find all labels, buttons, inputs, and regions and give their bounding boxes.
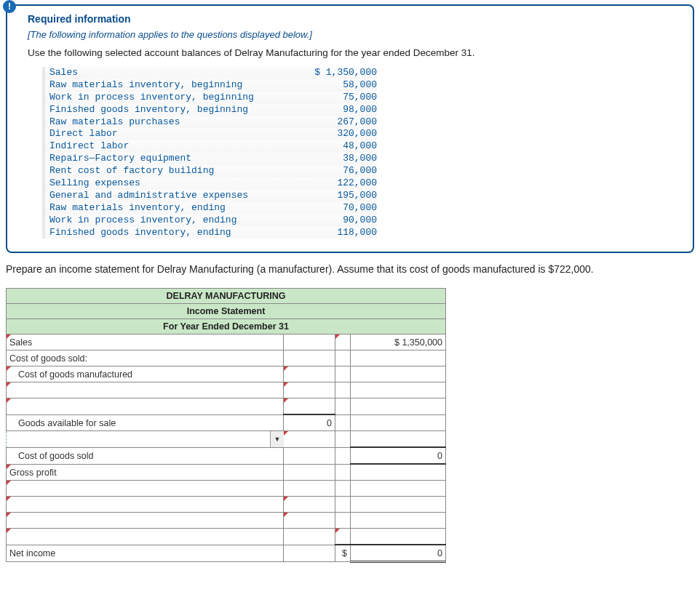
ws-cell[interactable] xyxy=(351,366,445,382)
account-label: Sales xyxy=(42,67,290,79)
account-value: 118,000 xyxy=(290,227,377,239)
ws-dropdown-cell[interactable] xyxy=(7,481,283,496)
ws-cell xyxy=(335,465,350,480)
ws-cogs-label: Cost of goods sold xyxy=(7,448,283,463)
ws-cell[interactable] xyxy=(351,431,445,446)
ws-net-income-value: 0 xyxy=(351,545,445,561)
account-label: Raw materials inventory, beginning xyxy=(42,79,290,92)
ws-cell[interactable] xyxy=(284,334,335,350)
account-value: 320,000 xyxy=(290,128,377,140)
account-balances-table: Sales$ 1,350,000 Raw materials inventory… xyxy=(42,67,672,239)
alert-icon: ! xyxy=(3,0,16,13)
account-label: Work in process inventory, beginning xyxy=(42,92,290,104)
ws-gross-profit-label[interactable]: Gross profit xyxy=(7,465,283,480)
ws-cell xyxy=(335,481,350,496)
account-value: $ 1,350,000 xyxy=(290,67,377,79)
account-label: General and administrative expenses xyxy=(42,190,290,202)
ws-sales-label[interactable]: Sales xyxy=(7,334,283,350)
ws-cell[interactable] xyxy=(284,398,335,414)
ws-cell[interactable] xyxy=(351,415,445,430)
account-label: Finished goods inventory, beginning xyxy=(42,104,290,116)
account-value: 98,000 xyxy=(290,104,377,116)
ws-cell[interactable] xyxy=(335,334,350,350)
account-label: Rent cost of factory building xyxy=(42,165,290,177)
ws-cell[interactable] xyxy=(284,350,335,366)
account-value: 75,000 xyxy=(290,92,377,104)
account-value: 122,000 xyxy=(290,177,377,190)
required-info-heading: Required information xyxy=(28,13,672,25)
ws-statement-header: Income Statement xyxy=(7,304,446,319)
ws-currency-symbol: $ xyxy=(335,546,350,561)
ws-dropdown-cell[interactable] xyxy=(7,513,283,528)
ws-dropdown-cell[interactable] xyxy=(7,497,283,512)
ws-cell[interactable] xyxy=(284,432,335,447)
ws-cogs-value: 0 xyxy=(351,448,445,463)
account-label: Finished goods inventory, ending xyxy=(42,227,290,239)
ws-gafs-label: Goods available for sale xyxy=(7,415,283,430)
ws-cell xyxy=(335,399,350,414)
ws-dropdown-cell[interactable] xyxy=(7,529,283,545)
ws-cell[interactable] xyxy=(284,465,335,480)
ws-active-dropdown-cell[interactable]: ▼ xyxy=(7,431,284,448)
question-text: Prepare an income statement for Delray M… xyxy=(6,263,694,275)
ws-cell[interactable] xyxy=(351,513,445,528)
ws-dropdown-cell[interactable] xyxy=(7,399,283,414)
ws-cell xyxy=(335,415,350,430)
required-information-box: ! Required information [The following in… xyxy=(6,4,694,253)
account-label: Repairs—Factory equipment xyxy=(42,153,290,165)
ws-gafs-value: 0 xyxy=(284,415,335,430)
ws-cell[interactable] xyxy=(284,382,335,398)
account-label: Raw materials inventory, ending xyxy=(42,202,290,215)
required-info-subheading: [The following information applies to th… xyxy=(28,29,672,40)
ws-cell[interactable] xyxy=(284,546,335,561)
ws-cell[interactable] xyxy=(284,529,335,545)
ws-cell[interactable] xyxy=(284,448,335,463)
account-value: 38,000 xyxy=(290,153,377,165)
ws-cogm-label[interactable]: Cost of goods manufactured xyxy=(7,366,283,382)
account-value: 90,000 xyxy=(290,215,377,227)
ws-cell[interactable] xyxy=(351,382,445,398)
ws-cell xyxy=(335,497,350,512)
ws-cell[interactable] xyxy=(284,513,335,528)
ws-cell[interactable] xyxy=(351,529,445,544)
ws-cell[interactable] xyxy=(284,481,335,496)
ws-cell xyxy=(335,350,350,366)
ws-cell[interactable] xyxy=(351,481,445,496)
account-label: Indirect labor xyxy=(42,140,290,153)
account-value: 58,000 xyxy=(290,79,377,92)
ws-cell[interactable] xyxy=(351,497,445,512)
ws-period-header: For Year Ended December 31 xyxy=(7,319,446,334)
ws-cell[interactable] xyxy=(284,497,335,512)
ws-cell xyxy=(335,513,350,528)
account-value: 48,000 xyxy=(290,140,377,153)
ws-sales-value[interactable]: $ 1,350,000 xyxy=(351,334,445,350)
income-statement-worksheet: DELRAY MANUFACTURING Income Statement Fo… xyxy=(6,288,446,563)
ws-cogs-header: Cost of goods sold: xyxy=(7,350,283,366)
ws-company-header: DELRAY MANUFACTURING xyxy=(7,289,446,304)
ws-cell xyxy=(335,448,350,463)
ws-net-income-label: Net income xyxy=(7,546,283,561)
account-value: 195,000 xyxy=(290,190,377,202)
ws-cell[interactable] xyxy=(351,399,445,414)
required-info-directive: Use the following selected account balan… xyxy=(28,47,672,58)
ws-cell[interactable] xyxy=(351,465,445,480)
account-label: Raw materials purchases xyxy=(42,116,290,129)
account-value: 70,000 xyxy=(290,202,377,215)
ws-cell[interactable] xyxy=(284,366,335,382)
ws-dropdown-cell[interactable] xyxy=(7,382,283,398)
ws-cell xyxy=(335,432,350,447)
account-label: Selling expenses xyxy=(42,177,290,190)
chevron-down-icon[interactable]: ▼ xyxy=(270,431,284,447)
account-label: Direct labor xyxy=(42,128,290,140)
account-label: Work in process inventory, ending xyxy=(42,215,290,227)
ws-cell[interactable] xyxy=(335,529,350,544)
ws-cell xyxy=(335,382,350,398)
ws-cell xyxy=(335,366,350,382)
account-value: 76,000 xyxy=(290,165,377,177)
account-value: 267,000 xyxy=(290,116,377,129)
ws-cell[interactable] xyxy=(351,350,445,366)
